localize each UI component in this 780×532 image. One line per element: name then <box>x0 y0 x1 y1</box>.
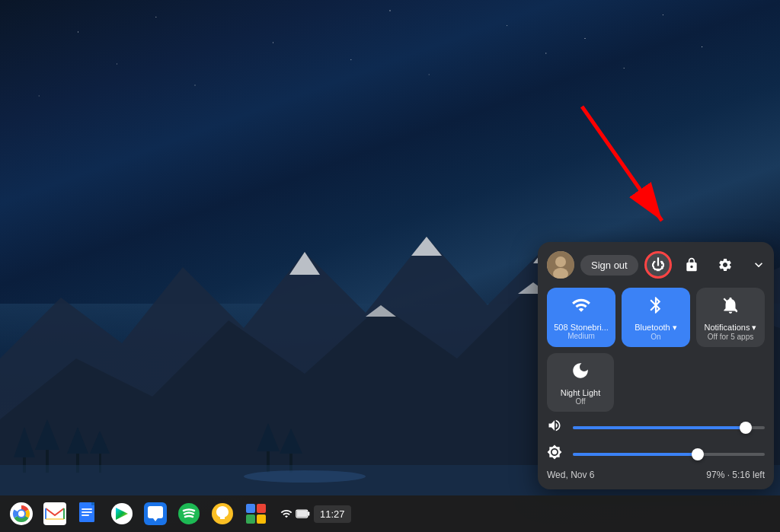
wifi-indicator <box>280 508 292 520</box>
volume-slider-thumb <box>740 422 752 434</box>
notifications-tile-icon <box>721 295 740 320</box>
brightness-slider-row <box>547 444 765 464</box>
qs-top-row: Sign out ⏻ <box>547 251 765 279</box>
night-light-sublabel: Off <box>551 397 609 406</box>
svg-point-31 <box>18 511 24 517</box>
svg-rect-38 <box>82 514 89 516</box>
brightness-slider-fill <box>573 453 698 456</box>
taskbar-chrome[interactable] <box>6 499 37 529</box>
volume-slider-row <box>547 418 765 437</box>
notifications-tile-label: Notifications ▾ <box>701 323 760 333</box>
bluetooth-tile-label: Bluetooth ▾ <box>626 323 686 333</box>
taskbar-play[interactable] <box>107 499 137 529</box>
sign-out-button[interactable]: Sign out <box>580 255 638 276</box>
svg-rect-45 <box>246 504 255 513</box>
settings-button[interactable] <box>711 251 739 279</box>
volume-slider[interactable] <box>573 426 765 429</box>
taskbar-spotify[interactable] <box>174 499 204 529</box>
bluetooth-tile-icon <box>646 295 666 320</box>
sys-tray[interactable]: 11:27 <box>274 502 357 526</box>
qs-night-row: Night Light Off <box>547 353 765 412</box>
power-icon: ⏻ <box>651 257 665 273</box>
quick-settings-panel: Sign out ⏻ <box>538 242 774 489</box>
night-light-icon <box>571 361 590 385</box>
taskbar-more-apps[interactable] <box>241 499 271 529</box>
svg-point-25 <box>555 256 566 267</box>
bluetooth-tile[interactable]: Bluetooth ▾ On <box>622 288 690 347</box>
svg-rect-36 <box>82 508 92 510</box>
svg-rect-51 <box>297 511 307 517</box>
volume-slider-fill <box>573 426 746 429</box>
svg-rect-46 <box>257 504 266 513</box>
brightness-icon <box>547 444 565 464</box>
qs-battery: 97% · 5:16 left <box>706 470 765 480</box>
svg-rect-37 <box>82 511 92 513</box>
lock-icon <box>684 257 699 272</box>
notifications-tile-sublabel: Off for 5 apps <box>701 333 760 341</box>
svg-point-21 <box>244 470 366 483</box>
svg-rect-44 <box>220 521 225 522</box>
svg-rect-50 <box>308 512 310 516</box>
bluetooth-tile-sublabel: On <box>626 333 686 341</box>
clock-display: 11:27 <box>314 505 351 523</box>
svg-rect-47 <box>246 514 255 524</box>
power-button[interactable]: ⏻ <box>644 251 672 279</box>
gear-icon <box>718 257 733 272</box>
taskbar-files[interactable] <box>207 499 238 529</box>
wifi-tile-sublabel: Medium <box>551 332 611 340</box>
taskbar-gmail[interactable] <box>40 499 70 529</box>
qs-sliders <box>547 418 765 464</box>
wifi-tile-icon <box>571 295 591 320</box>
collapse-button[interactable] <box>745 251 772 279</box>
svg-point-41 <box>178 503 200 524</box>
notifications-tile[interactable]: Notifications ▾ Off for 5 apps <box>696 288 765 347</box>
wifi-tile[interactable]: 508 Stonebri... Medium <box>547 288 615 347</box>
brightness-slider-thumb <box>692 448 704 460</box>
battery-icon <box>296 508 311 520</box>
volume-icon <box>547 418 565 437</box>
taskbar-messages[interactable] <box>140 499 171 529</box>
brightness-slider[interactable] <box>573 453 765 456</box>
qs-bottom-info: Wed, Nov 6 97% · 5:16 left <box>547 470 765 480</box>
stars-overlay <box>0 0 780 213</box>
taskbar: 11:27 <box>0 495 780 532</box>
wifi-tile-label: 508 Stonebri... <box>551 323 611 332</box>
taskbar-docs[interactable] <box>73 499 104 529</box>
svg-rect-43 <box>220 519 225 521</box>
svg-rect-48 <box>257 514 266 524</box>
user-avatar[interactable] <box>547 251 574 279</box>
svg-marker-2 <box>411 237 442 256</box>
qs-tiles-row: 508 Stonebri... Medium Bluetooth ▾ On <box>547 288 765 347</box>
lock-button[interactable] <box>678 251 705 279</box>
svg-marker-35 <box>91 502 94 505</box>
chevron-down-icon <box>751 257 766 272</box>
qs-date: Wed, Nov 6 <box>547 470 594 480</box>
night-light-label: Night Light <box>551 388 609 397</box>
night-light-tile[interactable]: Night Light Off <box>547 353 614 412</box>
